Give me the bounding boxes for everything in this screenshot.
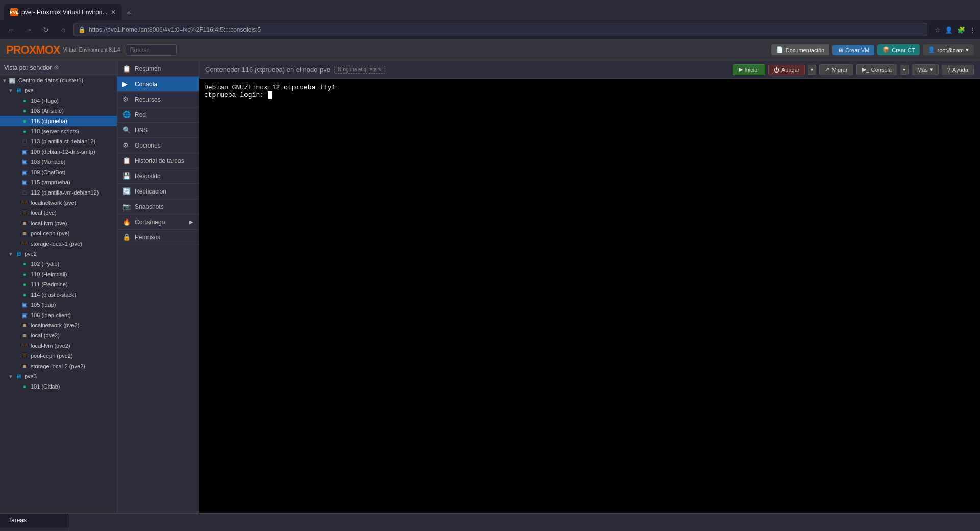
tree-item-pool-ceph--pve2-[interactable]: ≡pool-ceph (pve2) (0, 351, 117, 361)
pve-version: Virtual Environment 8.1.4 (63, 47, 120, 53)
tree-item-101--gitlab-[interactable]: ●101 (Gitlab) (0, 381, 117, 392)
submenu-item-icon: 🔄 (122, 187, 131, 195)
user-menu-button[interactable]: 👤 root@pam ▾ (923, 44, 974, 55)
create-ct-button[interactable]: 📦 Crear CT (877, 44, 920, 55)
tree-item-pve3[interactable]: ▼🖥pve3 (0, 371, 117, 381)
bottom-panel: TareasRegistro del cluster Hora de inici… (0, 513, 980, 531)
console-terminal[interactable]: Debian GNU/Linux 12 ctprueba tty1 ctprue… (199, 79, 980, 513)
tag-button[interactable]: Ninguna etiqueta ✎ (334, 66, 385, 74)
tree-item-icon: ● (20, 291, 29, 299)
tree-item-centro-de-datos--cluster1-[interactable]: ▼🏢Centro de datos (cluster1) (0, 75, 117, 85)
tree-item-106--ldap-client-[interactable]: ▣106 (ldap-client) (0, 310, 117, 320)
tree-item-icon: ≡ (20, 219, 29, 227)
shutdown-button[interactable]: ⏻ Apagar (768, 65, 805, 75)
console-line-2: ctprueba login: (204, 91, 975, 99)
submenu-item-recursos[interactable]: ⚙Recursos (117, 92, 199, 107)
tree-item-icon: ● (20, 96, 29, 105)
submenu-item-respaldo[interactable]: 💾Respaldo (117, 168, 199, 184)
tree-item-label: storage-local-2 (pve2) (31, 363, 85, 369)
submenu-item-cortafuego[interactable]: 🔥Cortafuego▶ (117, 214, 199, 230)
help-button[interactable]: ? Ayuda (942, 65, 974, 75)
extensions-icon[interactable]: 🧩 (957, 26, 965, 34)
tree-item-pool-ceph--pve-[interactable]: ≡pool-ceph (pve) (0, 228, 117, 238)
bottom-tab-tareas[interactable]: Tareas (0, 514, 69, 528)
tree-item-localnetwork--pve2-[interactable]: ≡localnetwork (pve2) (0, 320, 117, 330)
submenu-item-permisos[interactable]: 🔒Permisos (117, 230, 199, 245)
tree-item-102--pydio-[interactable]: ●102 (Pydio) (0, 259, 117, 269)
tree-chevron: ▼ (8, 374, 14, 379)
search-input[interactable] (126, 44, 177, 56)
console-dropdown[interactable]: ▾ (900, 65, 909, 75)
sidebar-settings-icon[interactable]: ⚙ (54, 64, 59, 71)
tree-item-storage-local-2--pve2-[interactable]: ≡storage-local-2 (pve2) (0, 361, 117, 371)
tree-item-112--plantilla-vm-debian12-[interactable]: □112 (plantilla-vm-debian12) (0, 187, 117, 198)
tree-item-116--ctprueba-[interactable]: ●116 (ctprueba) (0, 116, 117, 126)
tree-item-110--heimdall-[interactable]: ●110 (Heimdall) (0, 269, 117, 279)
submenu-item-icon: 🔒 (122, 233, 131, 241)
tree-item-icon: ≡ (20, 229, 29, 237)
bottom-tab-registro-del-cluster[interactable]: Registro del cluster (0, 527, 69, 531)
menu-icon[interactable]: ⋮ (969, 26, 976, 34)
tree-item-local-lvm--pve2-[interactable]: ≡local-lvm (pve2) (0, 341, 117, 351)
active-tab[interactable]: PVE pve - Proxmox Virtual Environ... ✕ (4, 4, 122, 20)
bookmark-icon[interactable]: ☆ (935, 26, 941, 34)
shutdown-dropdown[interactable]: ▾ (808, 65, 816, 75)
back-button[interactable]: ← (4, 22, 18, 37)
tree-item-115--vmprueba-[interactable]: ▣115 (vmprueba) (0, 177, 117, 187)
submenu-item-resumen[interactable]: 📋Resumen (117, 61, 199, 77)
submenu-item-snapshots[interactable]: 📷Snapshots (117, 199, 199, 214)
tree-item-icon: ≡ (20, 331, 29, 340)
migrate-button[interactable]: ↗ Migrar (819, 64, 853, 75)
console-button[interactable]: ▶_ Consola (856, 64, 897, 75)
submenu-item-replicaci-n[interactable]: 🔄Replicación (117, 184, 199, 199)
more-button[interactable]: Más ▾ (912, 64, 939, 75)
tree-item-114--elastic-stack-[interactable]: ●114 (elastic-stack) (0, 289, 117, 300)
create-vm-button[interactable]: 🖥 Crear VM (832, 45, 874, 55)
tree-item-storage-local-1--pve-[interactable]: ≡storage-local-1 (pve) (0, 238, 117, 249)
tree-item-pve2[interactable]: ▼🖥pve2 (0, 249, 117, 259)
tree-item-local--pve-[interactable]: ≡local (pve) (0, 208, 117, 218)
submenu-item-icon: 🔥 (122, 218, 131, 226)
tree-item-label: 118 (server-scripts) (31, 128, 79, 134)
tree-item-icon: □ (20, 137, 29, 146)
tree-item-icon: ● (20, 127, 29, 135)
tree-item-105--ldap-[interactable]: ▣105 (ldap) (0, 300, 117, 310)
new-tab-button[interactable]: + (122, 6, 136, 20)
tree-item-111--redmine-[interactable]: ●111 (Redmine) (0, 279, 117, 289)
refresh-button[interactable]: ↻ (39, 22, 53, 37)
address-bar[interactable]: 🔒 https://pve1.home.lan:8006/#v1:0=lxc%2… (74, 23, 927, 36)
pve-logo: PROXMOX Virtual Environment 8.1.4 (6, 43, 120, 57)
tree-item-108--ansible-[interactable]: ●108 (Ansible) (0, 106, 117, 116)
tree-item-local-lvm--pve-[interactable]: ≡local-lvm (pve) (0, 218, 117, 228)
tree-item-113--plantilla-ct-debian12-[interactable]: □113 (plantilla-ct-debian12) (0, 136, 117, 147)
migrate-icon: ↗ (825, 66, 829, 73)
tree-item-icon: ≡ (20, 199, 29, 207)
submenu-item-historial-de-tareas[interactable]: 📋Historial de tareas (117, 153, 199, 168)
tree-item-118--server-scripts-[interactable]: ●118 (server-scripts) (0, 126, 117, 136)
profile-icon[interactable]: 👤 (945, 26, 953, 34)
docs-button[interactable]: 📄 Documentación (771, 44, 829, 55)
tree-item-label: pve2 (24, 251, 37, 257)
forward-button[interactable]: → (21, 22, 36, 37)
power-icon: ⏻ (774, 67, 779, 73)
submenu-item-dns[interactable]: 🔍DNS (117, 123, 199, 138)
tab-close-button[interactable]: ✕ (111, 9, 116, 16)
tree-item-109--chatbot-[interactable]: ▣109 (ChatBot) (0, 167, 117, 177)
play-icon: ▶ (739, 66, 743, 73)
address-text: https://pve1.home.lan:8006/#v1:0=lxc%2F1… (89, 26, 261, 33)
submenu-item-label: Cortafuego (135, 219, 165, 226)
tree-item-local--pve2-[interactable]: ≡local (pve2) (0, 330, 117, 341)
submenu-item-consola[interactable]: ▶Consola (117, 77, 199, 92)
submenu-item-opciones[interactable]: ⚙Opciones (117, 138, 199, 153)
submenu-item-red[interactable]: 🌐Red (117, 107, 199, 123)
submenu-arrow-icon: ▶ (189, 219, 193, 225)
start-button[interactable]: ▶ Iniciar (733, 64, 765, 75)
tree-item-104--hugo-[interactable]: ●104 (Hugo) (0, 95, 117, 106)
tree-item-label: pool-ceph (pve) (31, 230, 69, 236)
tree-item-100--debian-12-dns-smtp-[interactable]: ▣100 (debian-12-dns-smtp) (0, 147, 117, 157)
tree-item-pve[interactable]: ▼🖥pve (0, 85, 117, 95)
tree-item-103--mariadb-[interactable]: ▣103 (Mariadb) (0, 157, 117, 167)
home-button[interactable]: ⌂ (56, 22, 70, 37)
sidebar: Vista por servidor ⚙ ▼🏢Centro de datos (… (0, 61, 117, 513)
tree-item-localnetwork--pve-[interactable]: ≡localnetwork (pve) (0, 198, 117, 208)
